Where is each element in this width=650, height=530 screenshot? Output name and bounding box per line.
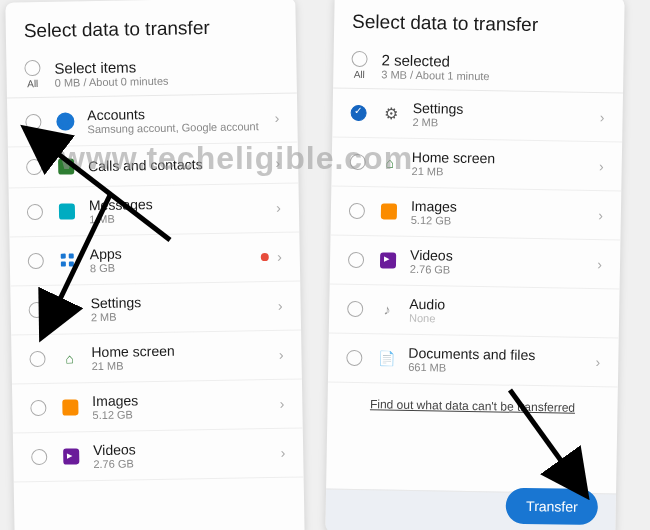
images-icon — [60, 397, 80, 417]
all-label: All — [27, 78, 38, 89]
item-radio-checked[interactable] — [350, 105, 366, 121]
home-icon: ⌂ — [380, 152, 400, 172]
chevron-right-icon: › — [599, 158, 604, 174]
select-items-sub: 0 MB / About 0 minutes — [55, 75, 169, 89]
page-title: Select data to transfer — [24, 16, 278, 42]
annotation-arrow-scroll — [20, 120, 200, 350]
list-item-audio[interactable]: ♪ Audio None — [329, 284, 620, 338]
chevron-right-icon: › — [597, 256, 602, 272]
item-sub: 2.76 GB — [410, 263, 598, 278]
header: Select data to transfer — [5, 0, 296, 53]
select-all-row[interactable]: All Select items 0 MB / About 0 minutes — [6, 48, 297, 99]
file-icon: 📄 — [376, 348, 396, 368]
select-items-title: Select items — [54, 58, 168, 77]
home-icon: ⌂ — [59, 348, 79, 368]
chevron-right-icon: › — [279, 347, 284, 363]
svg-line-4 — [510, 390, 575, 480]
chevron-right-icon: › — [598, 207, 603, 223]
svg-line-1 — [40, 140, 170, 240]
item-radio[interactable] — [349, 203, 365, 219]
list-item-home[interactable]: ⌂ Home screen 21 MB › — [331, 137, 622, 191]
chevron-right-icon: › — [275, 110, 280, 126]
item-radio[interactable] — [347, 301, 363, 317]
chevron-right-icon: › — [596, 354, 601, 370]
item-sub: 5.12 GB — [411, 214, 599, 229]
item-radio[interactable] — [348, 252, 364, 268]
select-all-radio[interactable] — [24, 60, 40, 76]
item-radio[interactable] — [29, 351, 45, 367]
chevron-right-icon: › — [278, 298, 283, 314]
selected-count-sub: 3 MB / About 1 minute — [381, 68, 489, 82]
list-item-settings[interactable]: ⚙ Settings 2 MB › — [332, 88, 623, 142]
badge-icon — [261, 253, 269, 261]
videos-icon — [378, 250, 398, 270]
item-sub: 5.12 GB — [92, 406, 280, 421]
list-item-videos[interactable]: Videos 2.76 GB › — [330, 235, 621, 289]
videos-icon — [61, 446, 81, 466]
svg-line-2 — [50, 195, 110, 320]
list-item-images[interactable]: Images 5.12 GB › — [12, 379, 303, 433]
item-sub: None — [409, 312, 601, 327]
audio-icon: ♪ — [377, 299, 397, 319]
selected-count-title: 2 selected — [381, 51, 490, 70]
select-all-radio[interactable] — [351, 51, 367, 67]
gear-icon: ⚙ — [380, 103, 400, 123]
item-radio[interactable] — [30, 400, 46, 416]
chevron-right-icon: › — [275, 155, 280, 171]
images-icon — [379, 201, 399, 221]
item-radio[interactable] — [31, 449, 47, 465]
select-all-row[interactable]: All 2 selected 3 MB / About 1 minute — [333, 43, 624, 94]
annotation-arrow-transfer — [490, 380, 610, 510]
item-sub: 661 MB — [408, 361, 596, 376]
chevron-right-icon: › — [280, 445, 285, 461]
item-radio[interactable] — [350, 154, 366, 170]
list-item-images[interactable]: Images 5.12 GB › — [330, 186, 621, 240]
header: Select data to transfer — [334, 0, 625, 48]
item-sub: 21 MB — [412, 165, 600, 180]
item-sub: 21 MB — [92, 357, 280, 372]
item-sub: 2.76 GB — [93, 455, 281, 470]
chevron-right-icon: › — [280, 396, 285, 412]
chevron-right-icon: › — [277, 249, 282, 265]
list-item-videos[interactable]: Videos 2.76 GB › — [13, 428, 304, 482]
chevron-right-icon: › — [600, 109, 605, 125]
chevron-right-icon: › — [276, 200, 281, 216]
all-label: All — [354, 69, 365, 80]
item-sub: 2 MB — [412, 116, 600, 131]
item-radio[interactable] — [346, 350, 362, 366]
page-title: Select data to transfer — [352, 11, 606, 37]
